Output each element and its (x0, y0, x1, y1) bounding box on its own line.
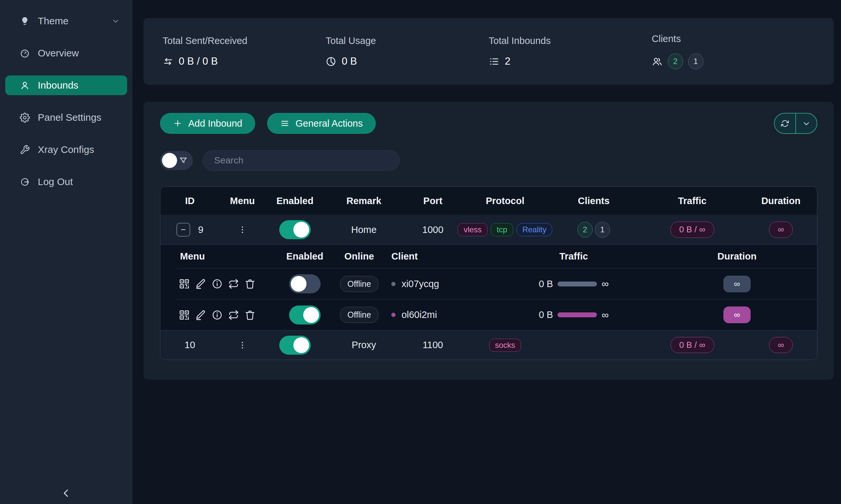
table-header-row: ID Menu Enabled Remark Port Protocol Cli… (160, 187, 817, 215)
refresh-button[interactable] (775, 113, 796, 133)
stat-value: 0 B (326, 55, 488, 67)
swap-arrows-icon (162, 56, 173, 67)
client-name: xi07ycqg (401, 278, 439, 289)
sidebar-item-label: Overview (38, 48, 79, 59)
sidebar-item-label: Log Out (38, 176, 73, 187)
client-table-header-row: Menu Enabled Online Client Traffic Durat… (177, 245, 817, 268)
toggle-knob (293, 222, 309, 237)
sidebar-item-overview[interactable]: Overview (5, 43, 127, 63)
stat-label: Clients (652, 34, 815, 44)
add-inbound-label: Add Inbound (188, 118, 242, 129)
traffic-progress-bar (557, 312, 597, 317)
col-header-traffic: Traffic (491, 251, 657, 262)
add-inbound-button[interactable]: Add Inbound (160, 113, 255, 134)
col-header-enabled: Enabled (265, 196, 325, 206)
inbound-enabled-toggle[interactable] (279, 220, 311, 239)
col-header-duration: Duration (657, 251, 817, 262)
wrench-icon (20, 145, 30, 155)
user-icon (20, 80, 30, 91)
qr-code-icon[interactable] (179, 278, 190, 289)
inbound-port: 1100 (404, 340, 463, 350)
duration-button[interactable]: ∞ (723, 276, 751, 292)
search-input[interactable] (203, 150, 400, 170)
client-row: Offline xi07ycqg 0 B ∞ ∞ (177, 268, 817, 299)
protocol-tag: socks (489, 339, 521, 352)
reset-traffic-icon[interactable] (228, 278, 239, 289)
trash-icon[interactable] (244, 309, 256, 321)
client-actions (177, 309, 279, 321)
col-header-clients: Clients (548, 196, 640, 206)
sidebar-collapse-button[interactable] (61, 488, 72, 499)
client-status-dot (391, 313, 396, 317)
plus-icon (173, 119, 182, 128)
pie-chart-icon (326, 56, 337, 67)
inbound-remark: Proxy (325, 340, 404, 350)
stat-clients: Clients 2 1 (652, 34, 815, 69)
sidebar-item-label: Inbounds (38, 80, 78, 91)
protocol-tag: tcp (491, 223, 513, 236)
inbound-id: 10 (185, 340, 195, 350)
trash-icon[interactable] (244, 278, 256, 289)
general-actions-button[interactable]: General Actions (267, 113, 376, 134)
chevron-down-icon (111, 17, 120, 25)
qr-code-icon[interactable] (179, 309, 190, 321)
col-header-traffic: Traffic (640, 196, 745, 206)
menu-lines-icon (280, 119, 289, 128)
duration-button[interactable]: ∞ (723, 306, 751, 323)
protocol-tag: Reality (516, 223, 552, 236)
online-status-badge: Offline (340, 307, 379, 323)
col-header-id: ID (160, 196, 220, 206)
sidebar-item-log-out[interactable]: Log Out (5, 172, 127, 192)
traffic-limit: ∞ (601, 309, 608, 321)
sidebar-item-label: Theme (38, 15, 68, 26)
inbound-row-10: 10 Proxy 1100 socks 0 B / ∞ ∞ (160, 330, 817, 360)
traffic-used: 0 B (539, 278, 553, 289)
refresh-split-button (774, 113, 817, 134)
sidebar-item-theme[interactable]: Theme (5, 11, 127, 31)
col-header-online: Online (330, 251, 388, 262)
info-icon[interactable] (211, 278, 223, 289)
inbound-id: 9 (198, 224, 203, 235)
client-row: Offline ol60i2mi 0 B ∞ ∞ (177, 299, 817, 330)
traffic-pill: 0 B / ∞ (670, 221, 714, 237)
dots-vertical-icon (238, 340, 247, 350)
stat-sent-received-value: 0 B / 0 B (179, 55, 218, 67)
toggle-knob (293, 337, 309, 353)
sidebar-item-label: Panel Settings (38, 112, 101, 123)
row-menu-button[interactable] (220, 340, 265, 350)
col-header-client: Client (388, 251, 491, 262)
col-header-remark: Remark (325, 196, 404, 206)
gauge-icon (20, 48, 30, 58)
reset-traffic-icon[interactable] (228, 309, 239, 321)
sidebar-item-panel-settings[interactable]: Panel Settings (5, 108, 127, 127)
logout-icon (20, 177, 30, 187)
client-enabled-toggle[interactable] (289, 274, 321, 293)
duration-pill: ∞ (769, 221, 793, 237)
client-status-dot (391, 282, 396, 286)
search-row (160, 150, 817, 170)
client-enabled-toggle[interactable] (289, 305, 321, 325)
sidebar-item-xray-configs[interactable]: Xray Configs (5, 140, 127, 160)
stat-value: 0 B / 0 B (162, 55, 326, 67)
toolbar: Add Inbound General Actions (160, 113, 817, 134)
stat-inbounds-value: 2 (505, 55, 511, 67)
dots-vertical-icon (238, 225, 247, 235)
traffic-limit: ∞ (601, 278, 608, 289)
filter-toggle[interactable] (160, 151, 193, 170)
edit-pencil-icon[interactable] (195, 309, 206, 321)
refresh-options-button[interactable] (796, 113, 817, 133)
stat-usage-value: 0 B (342, 55, 357, 67)
inbound-enabled-toggle[interactable] (279, 336, 311, 355)
chevron-down-icon (802, 119, 811, 128)
row-menu-button[interactable] (220, 225, 265, 235)
traffic-progress-bar (557, 282, 597, 286)
stat-label: Total Sent/Received (162, 35, 326, 46)
list-icon (489, 56, 500, 67)
collapse-row-button[interactable]: − (176, 223, 190, 237)
online-status-badge: Offline (340, 276, 379, 292)
edit-pencil-icon[interactable] (195, 278, 206, 289)
client-sub-table: Menu Enabled Online Client Traffic Durat… (160, 245, 817, 330)
info-icon[interactable] (211, 309, 223, 321)
stat-total-inbounds: Total Inbounds 2 (489, 35, 652, 67)
sidebar-item-inbounds[interactable]: Inbounds (5, 75, 127, 95)
